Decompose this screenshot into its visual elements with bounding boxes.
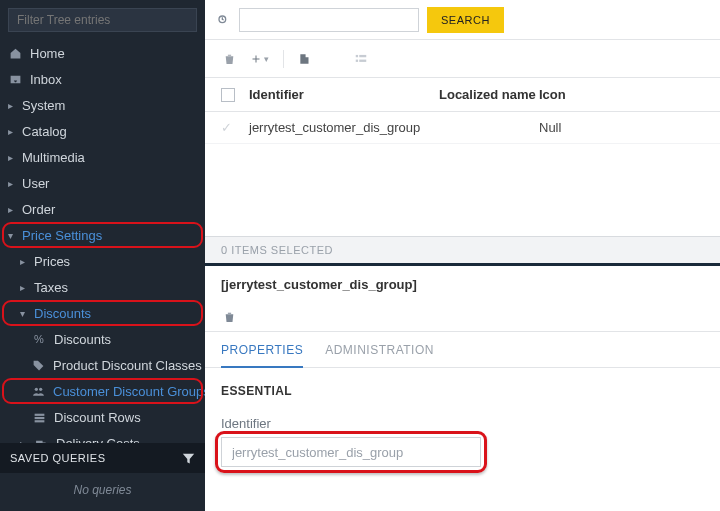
chevron-icon: ▸ bbox=[8, 178, 18, 189]
nav-item-order[interactable]: ▸Order bbox=[0, 196, 205, 222]
detail-title: [jerrytest_customer_dis_group] bbox=[205, 266, 720, 302]
detail-toolbar bbox=[205, 302, 720, 332]
filter-icon[interactable] bbox=[182, 452, 195, 465]
row-check-icon[interactable]: ✓ bbox=[221, 120, 249, 135]
table-row[interactable]: ✓ jerrytest_customer_dis_group Null bbox=[205, 112, 720, 144]
nav-label: Order bbox=[22, 202, 195, 217]
nav-item-catalog[interactable]: ▸Catalog bbox=[0, 118, 205, 144]
nav-label: Delivery Costs bbox=[56, 436, 195, 444]
tab-administration[interactable]: ADMINISTRATION bbox=[325, 332, 434, 367]
nav-label: Discounts bbox=[34, 306, 195, 321]
nav-item-discount-rows[interactable]: Discount Rows bbox=[0, 404, 205, 430]
truck-icon bbox=[34, 436, 48, 443]
nav-item-discounts[interactable]: ▾Discounts bbox=[0, 300, 205, 326]
identifier-field-wrapper bbox=[221, 437, 481, 467]
detail-tabs: PROPERTIES ADMINISTRATION bbox=[205, 332, 720, 368]
nav-item-product-discount-classes[interactable]: Product Discount Classes bbox=[0, 352, 205, 378]
identifier-input[interactable] bbox=[221, 437, 481, 467]
saved-queries-label: SAVED QUERIES bbox=[10, 452, 106, 464]
selection-count: 0 ITEMS SELECTED bbox=[221, 244, 333, 256]
svg-rect-3 bbox=[34, 416, 44, 418]
nav-label: Prices bbox=[34, 254, 195, 269]
detail-delete-icon[interactable] bbox=[223, 310, 236, 324]
nav-item-user[interactable]: ▸User bbox=[0, 170, 205, 196]
select-all-checkbox[interactable] bbox=[221, 88, 235, 102]
nav-label: User bbox=[22, 176, 195, 191]
nav-item-taxes[interactable]: ▸Taxes bbox=[0, 274, 205, 300]
chevron-icon: ▾ bbox=[20, 308, 30, 319]
nav-label: Inbox bbox=[30, 72, 195, 87]
chevron-icon: ▸ bbox=[20, 282, 30, 293]
nav-label: Customer Discount Groups bbox=[53, 384, 205, 399]
export-icon[interactable] bbox=[298, 52, 312, 66]
nav-label: Discount Rows bbox=[54, 410, 195, 425]
table-empty-area bbox=[205, 144, 720, 236]
nav-label: Price Settings bbox=[22, 228, 195, 243]
nav-label: Discounts bbox=[54, 332, 195, 347]
section-title: ESSENTIAL bbox=[221, 384, 704, 398]
identifier-label: Identifier bbox=[221, 416, 704, 431]
svg-rect-2 bbox=[34, 413, 44, 415]
list-toolbar: ▾ bbox=[205, 40, 720, 78]
nav-item-customer-discount-groups[interactable]: Customer Discount Groups bbox=[0, 378, 205, 404]
nav-tree[interactable]: HomeInbox▸System▸Catalog▸Multimedia▸User… bbox=[0, 40, 205, 443]
search-button[interactable]: SEARCH bbox=[427, 7, 504, 33]
nav-item-prices[interactable]: ▸Prices bbox=[0, 248, 205, 274]
nav-label: Home bbox=[30, 46, 195, 61]
svg-point-1 bbox=[39, 387, 42, 390]
detail-panel: [jerrytest_customer_dis_group] PROPERTIE… bbox=[205, 266, 720, 511]
delete-icon[interactable] bbox=[223, 52, 236, 66]
search-input[interactable] bbox=[239, 8, 419, 32]
nav-label: Catalog bbox=[22, 124, 195, 139]
svg-rect-4 bbox=[34, 420, 44, 422]
toolbar-separator bbox=[283, 50, 284, 68]
nav-item-multimedia[interactable]: ▸Multimedia bbox=[0, 144, 205, 170]
svg-point-0 bbox=[35, 387, 38, 390]
chevron-icon: ▸ bbox=[8, 152, 18, 163]
results-table: Identifier Localized name Icon ✓ jerryte… bbox=[205, 78, 720, 236]
svg-rect-8 bbox=[356, 54, 358, 56]
cell-identifier: jerrytest_customer_dis_group bbox=[249, 120, 439, 135]
chevron-icon: ▸ bbox=[8, 126, 18, 137]
search-settings-icon[interactable] bbox=[215, 12, 231, 28]
table-header-row: Identifier Localized name Icon bbox=[205, 78, 720, 112]
nav-item-system[interactable]: ▸System bbox=[0, 92, 205, 118]
chevron-icon: ▸ bbox=[8, 204, 18, 215]
svg-rect-11 bbox=[359, 59, 366, 61]
nav-item-home[interactable]: Home bbox=[0, 40, 205, 66]
essential-section: ESSENTIAL Identifier bbox=[205, 368, 720, 483]
col-identifier[interactable]: Identifier bbox=[249, 87, 439, 102]
main-area: SEARCH ▾ Identifier Localized name Icon … bbox=[205, 0, 720, 511]
inbox-icon bbox=[8, 72, 22, 86]
list-icon[interactable] bbox=[354, 52, 368, 66]
nav-label: Taxes bbox=[34, 280, 195, 295]
cell-icon: Null bbox=[539, 120, 704, 135]
nav-item-discounts[interactable]: %Discounts bbox=[0, 326, 205, 352]
left-sidebar: HomeInbox▸System▸Catalog▸Multimedia▸User… bbox=[0, 0, 205, 511]
svg-rect-10 bbox=[356, 59, 358, 61]
tab-properties[interactable]: PROPERTIES bbox=[221, 332, 303, 367]
grp-icon bbox=[32, 384, 45, 398]
compare-icon[interactable] bbox=[326, 52, 340, 66]
chevron-icon: ▸ bbox=[8, 100, 18, 111]
chevron-icon: ▾ bbox=[8, 230, 18, 241]
no-queries-text: No queries bbox=[0, 473, 205, 511]
tree-filter-input[interactable] bbox=[8, 8, 197, 32]
home-icon bbox=[8, 46, 22, 60]
chevron-icon: ▸ bbox=[20, 256, 30, 267]
selection-bar: 0 ITEMS SELECTED bbox=[205, 236, 720, 266]
tag-icon bbox=[32, 358, 45, 372]
nav-item-price-settings[interactable]: ▾Price Settings bbox=[0, 222, 205, 248]
add-icon[interactable]: ▾ bbox=[250, 53, 269, 65]
nav-label: System bbox=[22, 98, 195, 113]
col-icon[interactable]: Icon bbox=[539, 87, 704, 102]
rows-icon bbox=[32, 410, 46, 424]
nav-item-inbox[interactable]: Inbox bbox=[0, 66, 205, 92]
saved-queries-header[interactable]: SAVED QUERIES bbox=[0, 443, 205, 473]
search-bar: SEARCH bbox=[205, 0, 720, 40]
nav-label: Product Discount Classes bbox=[53, 358, 202, 373]
nav-item-delivery-costs[interactable]: ▸Delivery Costs bbox=[0, 430, 205, 443]
col-localized-name[interactable]: Localized name bbox=[439, 87, 539, 102]
nav-label: Multimedia bbox=[22, 150, 195, 165]
pct-icon: % bbox=[32, 332, 46, 346]
